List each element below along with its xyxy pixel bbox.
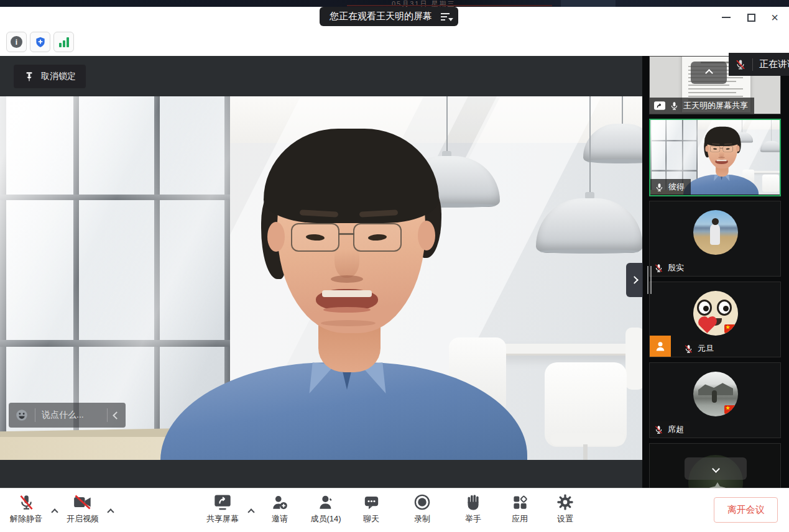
emoji-icon[interactable] xyxy=(15,408,29,422)
lamp-cord xyxy=(589,96,591,200)
meeting-info-button[interactable]: i xyxy=(6,32,27,52)
divider xyxy=(35,408,35,422)
share-screen-label: 共享屏幕 xyxy=(206,513,239,525)
scroll-down-button[interactable] xyxy=(685,457,747,480)
participant-name: 席超 xyxy=(668,424,684,435)
leave-meeting-button[interactable]: 离开会议 xyxy=(714,497,778,523)
chevron-down-icon xyxy=(712,465,720,473)
mic-icon xyxy=(655,183,664,192)
pendant-lamp xyxy=(536,198,642,253)
chat-icon xyxy=(363,494,380,511)
scene-chair-pole xyxy=(583,444,588,460)
raise-hand-icon xyxy=(466,494,481,511)
minimize-icon xyxy=(722,17,731,18)
chat-collapse-icon[interactable] xyxy=(113,411,121,420)
participant-name: 殷实 xyxy=(668,262,684,273)
shield-plus-icon xyxy=(34,36,47,48)
tile-label-peter: 彼得 xyxy=(650,179,691,195)
invite-icon xyxy=(271,494,288,511)
participant-tile-yuandan[interactable]: ★ 元旦 xyxy=(649,282,781,357)
chevron-up-icon xyxy=(705,69,713,77)
raise-hand-button[interactable]: 举手 xyxy=(446,493,500,525)
flag-icon: ★ xyxy=(724,324,737,333)
sidebar-drag-handle[interactable] xyxy=(647,266,653,294)
meeting-window: 05月31日 星期三 您正在观看王天明的屏幕 × i 00:07 演讲者 xyxy=(0,0,789,532)
settings-label: 设置 xyxy=(557,513,573,525)
signal-bars-icon xyxy=(59,37,69,47)
apps-label: 应用 xyxy=(512,513,528,525)
person-icon xyxy=(654,340,667,352)
main-stage: 取消锁定 说点什么... xyxy=(0,56,642,488)
tooltip-menu-icon[interactable] xyxy=(441,13,451,21)
security-button[interactable] xyxy=(30,32,50,52)
maximize-icon xyxy=(747,14,755,22)
watching-screen-tooltip[interactable]: 您正在观看王天明的屏幕 xyxy=(320,7,458,26)
close-button[interactable]: × xyxy=(765,8,785,27)
mic-muted-icon xyxy=(654,264,663,273)
members-label: 成员(14) xyxy=(310,513,341,525)
info-icon: i xyxy=(11,36,22,48)
host-badge xyxy=(650,336,671,357)
tile-label-screen-share: 王天明的屏幕共享 xyxy=(650,98,754,114)
share-screen-button[interactable]: 共享屏幕 xyxy=(196,493,249,525)
start-video-label: 开启视频 xyxy=(67,513,99,525)
participant-tile-xichao[interactable]: ★ 席超 xyxy=(649,362,781,438)
tile-label-yuandan: 元旦 xyxy=(680,341,720,357)
lamp-cord xyxy=(622,96,623,125)
settings-button[interactable]: 设置 xyxy=(538,493,592,525)
start-video-button[interactable]: 开启视频 xyxy=(56,493,109,525)
chat-button[interactable]: 聊天 xyxy=(344,493,398,525)
unpin-label: 取消锁定 xyxy=(41,71,76,82)
video-options-caret[interactable] xyxy=(108,506,113,517)
avatar: ★ xyxy=(693,291,738,336)
speaking-indicator-popup: 正在讲话 xyxy=(729,53,789,76)
titlebar: 您正在观看王天明的屏幕 × xyxy=(0,7,789,28)
flag-icon: ★ xyxy=(724,405,737,414)
scene-chair-seat xyxy=(550,433,625,446)
close-icon: × xyxy=(771,11,778,24)
minimize-button[interactable] xyxy=(716,8,736,27)
chat-input[interactable]: 说点什么... xyxy=(42,410,101,421)
participants-sidebar: 王天明的屏幕共享 xyxy=(642,56,789,488)
scroll-up-button[interactable] xyxy=(691,62,727,84)
avatar: ★ xyxy=(693,372,738,416)
mic-icon xyxy=(670,101,679,111)
chat-label: 聊天 xyxy=(363,513,379,525)
lamp-rim xyxy=(540,249,639,254)
participant-tile-yinshi[interactable]: 殷实 xyxy=(649,201,781,277)
strip-decor-line xyxy=(347,5,552,6)
participant-name: 元旦 xyxy=(698,343,714,354)
record-button[interactable]: 录制 xyxy=(395,493,449,525)
participant-tile-next[interactable] xyxy=(649,443,781,488)
invite-label: 邀请 xyxy=(272,513,288,525)
record-label: 录制 xyxy=(414,513,430,525)
avatar xyxy=(693,210,738,255)
divider xyxy=(107,408,108,422)
raise-hand-label: 举手 xyxy=(465,513,481,525)
unmute-button[interactable]: 解除静音 xyxy=(0,493,53,525)
record-icon xyxy=(413,493,431,511)
participant-name: 彼得 xyxy=(668,181,685,193)
maximize-button[interactable] xyxy=(741,8,761,27)
screen-share-icon xyxy=(654,101,665,111)
unpin-button[interactable]: 取消锁定 xyxy=(14,65,86,88)
mic-muted-icon xyxy=(735,59,746,70)
lamp-rim xyxy=(587,159,642,163)
sidebar-collapse-handle[interactable] xyxy=(626,263,643,297)
control-bar: 解除静音 开启视频 共享屏幕 xyxy=(0,488,789,532)
gear-icon xyxy=(556,493,574,511)
divider xyxy=(752,58,753,71)
tile-label-yinshi: 殷实 xyxy=(650,260,690,276)
mic-muted-icon xyxy=(654,425,663,434)
quick-chat-bar[interactable]: 说点什么... xyxy=(9,403,126,428)
network-quality-button[interactable] xyxy=(53,32,74,52)
apps-icon xyxy=(512,494,528,511)
tile-label-xichao: 席超 xyxy=(650,421,690,438)
share-screen-icon xyxy=(213,494,232,511)
members-icon xyxy=(318,494,335,511)
participant-tile-peter[interactable]: 彼得 xyxy=(649,119,781,196)
chevron-right-icon xyxy=(630,276,639,284)
scene-table xyxy=(497,344,642,354)
watching-screen-label: 您正在观看王天明的屏幕 xyxy=(330,11,432,22)
speaking-indicator-text: 正在讲话 xyxy=(759,58,789,70)
